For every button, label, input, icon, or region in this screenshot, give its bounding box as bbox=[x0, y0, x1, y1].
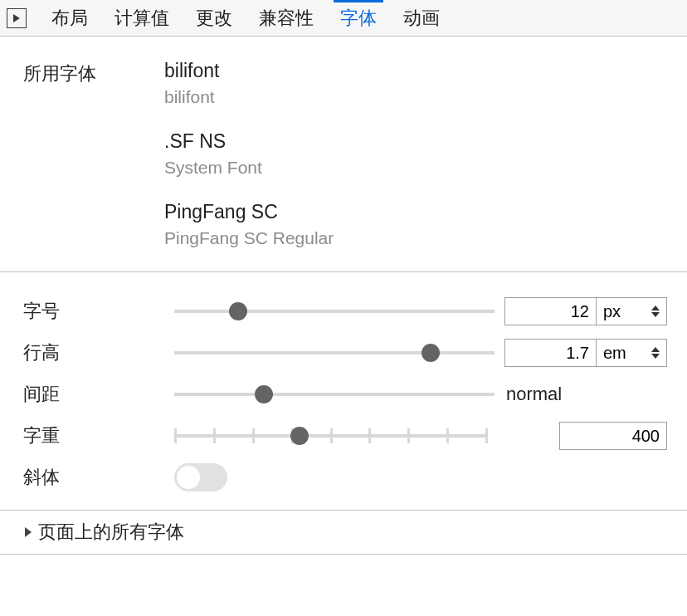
fonts-used-list: bilifont bilifont .SF NS System Font Pin… bbox=[164, 60, 334, 248]
weight-input[interactable] bbox=[559, 422, 667, 450]
font-size-label: 字号 bbox=[23, 299, 164, 324]
weight-label: 字重 bbox=[23, 423, 164, 448]
font-name: .SF NS bbox=[164, 130, 334, 153]
svg-marker-1 bbox=[651, 306, 660, 310]
svg-marker-3 bbox=[651, 347, 660, 352]
line-height-unit-value: em bbox=[603, 344, 626, 363]
font-size-unit-value: px bbox=[603, 302, 621, 321]
spacing-slider[interactable] bbox=[174, 384, 495, 404]
topbar: 布局 计算值 更改 兼容性 字体 动画 bbox=[0, 0, 687, 37]
line-height-unit-select[interactable]: em bbox=[596, 339, 667, 367]
tab-fonts[interactable]: 字体 bbox=[327, 0, 390, 36]
inspector-tabs: 布局 计算值 更改 兼容性 字体 动画 bbox=[38, 0, 453, 36]
line-height-slider[interactable] bbox=[174, 343, 495, 363]
stepper-icon bbox=[651, 306, 660, 317]
panel-toggle-button[interactable] bbox=[7, 8, 27, 28]
spacing-label: 间距 bbox=[23, 382, 164, 407]
tab-computed[interactable]: 计算值 bbox=[101, 0, 183, 36]
section-divider bbox=[0, 554, 687, 555]
tab-layout[interactable]: 布局 bbox=[38, 0, 101, 36]
font-size-row: 字号 px bbox=[23, 291, 667, 332]
font-entry: PingFang SC PingFang SC Regular bbox=[164, 201, 334, 248]
font-name: bilifont bbox=[164, 60, 334, 82]
all-fonts-section-header[interactable]: 页面上的所有字体 bbox=[23, 511, 667, 554]
tab-animations[interactable]: 动画 bbox=[390, 0, 453, 36]
font-subname: System Font bbox=[164, 158, 334, 178]
line-height-label: 行高 bbox=[23, 340, 164, 365]
font-entry: bilifont bilifont bbox=[164, 60, 334, 107]
disclosure-triangle-icon bbox=[23, 526, 33, 539]
font-subname: PingFang SC Regular bbox=[164, 228, 334, 248]
spacing-value: normal bbox=[504, 384, 667, 405]
line-height-input[interactable] bbox=[504, 339, 596, 367]
font-size-slider[interactable] bbox=[174, 301, 495, 321]
font-entry: .SF NS System Font bbox=[164, 130, 334, 178]
italic-toggle[interactable] bbox=[174, 463, 227, 491]
fonts-panel: 所用字体 bilifont bilifont .SF NS System Fon… bbox=[0, 37, 687, 555]
svg-marker-4 bbox=[651, 354, 660, 359]
weight-row: 字重 bbox=[23, 415, 667, 457]
stepper-icon bbox=[651, 347, 660, 359]
all-fonts-title: 页面上的所有字体 bbox=[38, 520, 184, 545]
spacing-row: 间距 normal bbox=[23, 374, 667, 415]
svg-marker-2 bbox=[651, 312, 660, 317]
tab-changes[interactable]: 更改 bbox=[183, 0, 246, 36]
svg-marker-0 bbox=[13, 14, 20, 22]
fonts-used-label: 所用字体 bbox=[23, 60, 164, 86]
font-name: PingFang SC bbox=[164, 201, 334, 223]
font-size-input[interactable] bbox=[504, 297, 596, 325]
weight-slider[interactable] bbox=[174, 426, 488, 446]
italic-row: 斜体 bbox=[23, 457, 667, 498]
tab-compatibility[interactable]: 兼容性 bbox=[246, 0, 327, 36]
svg-marker-5 bbox=[25, 527, 32, 537]
font-size-unit-select[interactable]: px bbox=[596, 297, 667, 325]
italic-label: 斜体 bbox=[23, 465, 164, 490]
line-height-row: 行高 em bbox=[23, 332, 667, 374]
font-subname: bilifont bbox=[164, 87, 334, 107]
section-divider bbox=[0, 271, 687, 272]
